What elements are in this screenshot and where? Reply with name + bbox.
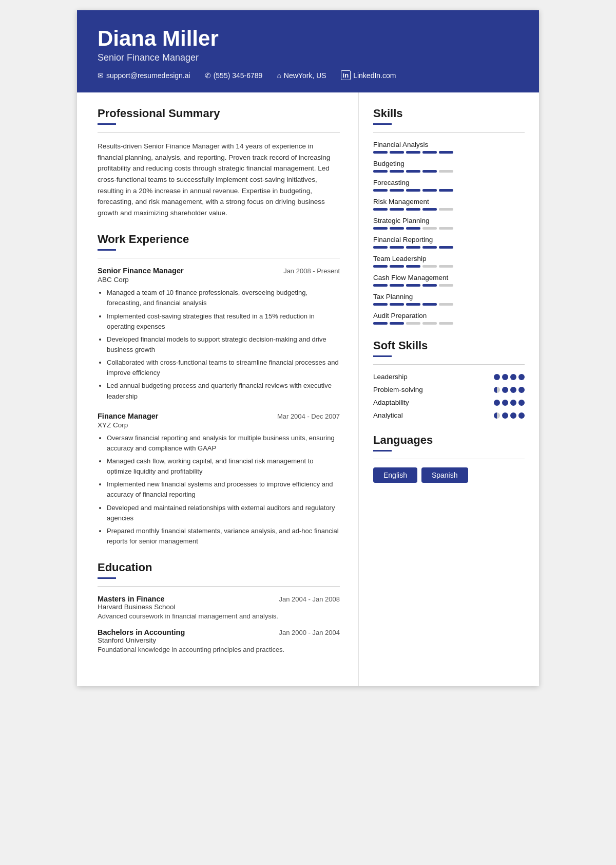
- skill-bars: [373, 303, 525, 306]
- skill-bar: [390, 284, 404, 287]
- skill-name: Cash Flow Management: [373, 274, 525, 281]
- dot: [502, 374, 508, 380]
- skill-bar: [390, 322, 404, 325]
- skill-name: Forecasting: [373, 179, 525, 186]
- linkedin-icon: in: [341, 70, 351, 80]
- location-contact: ⌂ NewYork, US: [277, 70, 326, 80]
- edu-date-1: Jan 2000 - Jan 2004: [279, 629, 340, 636]
- skill-bar: [373, 246, 388, 249]
- job-date-1: Mar 2004 - Dec 2007: [277, 412, 340, 420]
- skill-bar: [439, 303, 453, 306]
- soft-skills-title: Soft Skills: [373, 339, 525, 352]
- dot: [518, 400, 525, 406]
- skill-item: Team Leadership: [373, 255, 525, 268]
- soft-dots: [494, 374, 525, 380]
- dot: [510, 387, 516, 393]
- languages-line: [373, 459, 525, 459]
- soft-dots: [494, 400, 525, 406]
- soft-skill-item: Analytical: [373, 411, 525, 419]
- soft-dots: [494, 387, 525, 393]
- skill-bar: [422, 151, 437, 154]
- skill-bar: [390, 227, 404, 230]
- bullet-item: Implemented cost-saving strategies that …: [107, 311, 340, 332]
- language-badge: Spanish: [421, 467, 468, 483]
- dot: [494, 387, 500, 393]
- soft-skill-item: Problem-solving: [373, 386, 525, 393]
- skill-bar: [373, 170, 388, 173]
- edu-school-1: Stanford University: [98, 636, 340, 644]
- skill-bar: [422, 303, 437, 306]
- edu-header-0: Masters in Finance Jan 2004 - Jan 2008: [98, 595, 340, 603]
- edu-date-0: Jan 2004 - Jan 2008: [279, 595, 340, 603]
- skills-title: Skills: [373, 107, 525, 120]
- skill-bar: [373, 208, 388, 211]
- edu-desc-1: Foundational knowledge in accounting pri…: [98, 646, 340, 653]
- skill-bar: [373, 151, 388, 154]
- experience-divider: [98, 249, 116, 251]
- email-contact: ✉ support@resumedesign.ai: [98, 70, 190, 80]
- job-company-1: XYZ Corp: [98, 421, 340, 429]
- job-title-1: Finance Manager: [98, 412, 158, 420]
- bullet-item: Developed financial models to support st…: [107, 334, 340, 355]
- skills-section: Skills Financial AnalysisBudgetingForeca…: [373, 107, 525, 325]
- skill-item: Forecasting: [373, 179, 525, 192]
- edu-entry-0: Masters in Finance Jan 2004 - Jan 2008 H…: [98, 595, 340, 620]
- job-title-0: Senior Finance Manager: [98, 267, 184, 275]
- skill-bar: [406, 208, 420, 211]
- dot: [494, 412, 500, 419]
- skill-item: Cash Flow Management: [373, 274, 525, 287]
- skill-item: Risk Management: [373, 198, 525, 211]
- skill-bar: [373, 322, 388, 325]
- edu-degree-0: Masters in Finance: [98, 595, 165, 603]
- skill-item: Strategic Planning: [373, 217, 525, 230]
- skill-bar: [373, 284, 388, 287]
- skills-list: Financial AnalysisBudgetingForecastingRi…: [373, 141, 525, 325]
- job-entry-1: Finance Manager Mar 2004 - Dec 2007 XYZ …: [98, 412, 340, 547]
- languages-list: EnglishSpanish: [373, 467, 525, 483]
- candidate-name: Diana Miller: [98, 27, 518, 50]
- soft-skill-name: Leadership: [373, 373, 408, 381]
- bullet-item: Managed cash flow, working capital, and …: [107, 456, 340, 477]
- summary-line: [98, 132, 340, 133]
- skill-name: Financial Reporting: [373, 236, 525, 243]
- skill-bar: [406, 189, 420, 192]
- experience-line: [98, 258, 340, 258]
- job-bullets-1: Oversaw financial reporting and analysis…: [98, 433, 340, 547]
- edu-desc-0: Advanced coursework in financial managem…: [98, 612, 340, 620]
- skill-bar: [406, 151, 420, 154]
- email-icon: ✉: [98, 71, 104, 80]
- skill-bar: [390, 303, 404, 306]
- skill-item: Budgeting: [373, 160, 525, 173]
- job-bullets-0: Managed a team of 10 finance professiona…: [98, 288, 340, 401]
- skill-bar: [390, 246, 404, 249]
- skill-bars: [373, 151, 525, 154]
- skill-bar: [373, 303, 388, 306]
- skill-name: Budgeting: [373, 160, 525, 167]
- skill-bar: [406, 265, 420, 268]
- skill-name: Risk Management: [373, 198, 525, 205]
- job-date-0: Jan 2008 - Present: [283, 267, 340, 275]
- left-column: Professional Summary Results-driven Seni…: [77, 92, 359, 686]
- bullet-item: Collaborated with cross-functional teams…: [107, 358, 340, 378]
- soft-skill-name: Problem-solving: [373, 386, 423, 393]
- skill-name: Tax Planning: [373, 293, 525, 300]
- skill-bars: [373, 322, 525, 325]
- summary-text: Results-driven Senior Finance Manager wi…: [98, 141, 340, 218]
- dot: [494, 400, 500, 406]
- bullet-item: Led annual budgeting process and quarter…: [107, 381, 340, 401]
- skill-bar: [373, 189, 388, 192]
- experience-section: Work Experience Senior Finance Manager J…: [98, 233, 340, 547]
- skill-bar: [439, 170, 453, 173]
- skill-name: Team Leadership: [373, 255, 525, 262]
- soft-skills-list: LeadershipProblem-solvingAdaptabilityAna…: [373, 373, 525, 419]
- dot: [502, 412, 508, 419]
- skill-item: Audit Preparation: [373, 312, 525, 325]
- dot: [494, 374, 500, 380]
- candidate-title: Senior Finance Manager: [98, 52, 518, 63]
- soft-skills-divider: [373, 355, 392, 357]
- skill-bar: [390, 189, 404, 192]
- education-title: Education: [98, 561, 340, 574]
- skill-bar: [439, 246, 453, 249]
- main-content: Professional Summary Results-driven Seni…: [77, 92, 539, 686]
- soft-skill-item: Leadership: [373, 373, 525, 381]
